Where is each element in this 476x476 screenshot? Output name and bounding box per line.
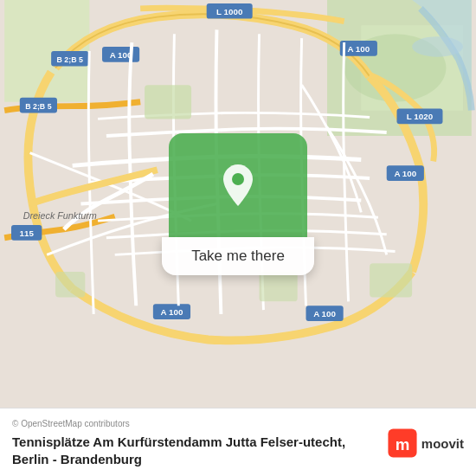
moovit-logo: m moovit: [387, 428, 464, 459]
button-overlay: Take me there: [162, 133, 314, 275]
info-left: © OpenStreetMap contributors Tennisplätz…: [12, 419, 376, 467]
svg-text:L 1020: L 1020: [407, 112, 434, 121]
svg-rect-30: [370, 263, 412, 297]
svg-text:B 2;B 5: B 2;B 5: [57, 55, 84, 64]
info-bar: © OpenStreetMap contributors Tennisplätz…: [0, 408, 476, 476]
svg-text:Dreieck Funkturm: Dreieck Funkturm: [23, 210, 97, 221]
location-pin-icon: [214, 161, 262, 209]
svg-text:L 1000: L 1000: [216, 7, 243, 16]
take-me-there-button[interactable]: Take me there: [162, 237, 314, 275]
svg-rect-28: [260, 272, 298, 301]
svg-text:A 100: A 100: [110, 50, 132, 60]
app: A 100 A 100 A 100 A 100 A 100 L 1000 L 1…: [0, 0, 476, 476]
location-pin-container: [169, 133, 307, 237]
svg-text:A 100: A 100: [161, 307, 183, 317]
svg-text:A 100: A 100: [313, 309, 336, 318]
svg-point-31: [232, 173, 244, 185]
svg-rect-27: [145, 85, 191, 119]
svg-text:B 2;B 5: B 2;B 5: [25, 102, 52, 111]
moovit-logo-svg: m: [387, 428, 418, 459]
attribution-text: © OpenStreetMap contributors: [12, 419, 376, 428]
svg-text:A 100: A 100: [394, 169, 416, 178]
svg-text:m: m: [396, 435, 410, 453]
svg-text:115: 115: [19, 228, 34, 238]
svg-point-5: [412, 36, 463, 57]
svg-rect-29: [55, 272, 85, 297]
map-container: A 100 A 100 A 100 A 100 A 100 L 1000 L 1…: [0, 0, 476, 408]
location-name: Tennisplätze Am Kurfürstendamm Jutta Fel…: [12, 434, 376, 467]
svg-text:A 100: A 100: [347, 44, 370, 54]
moovit-text: moovit: [421, 436, 464, 451]
